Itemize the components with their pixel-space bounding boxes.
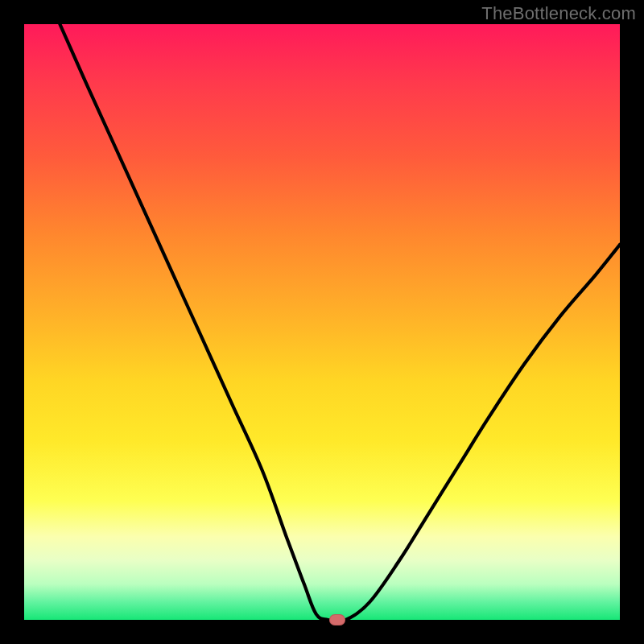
bottleneck-curve [24,24,620,620]
plot-area [24,24,620,620]
watermark-text: TheBottleneck.com [481,3,636,24]
optimal-marker [329,614,345,625]
chart-frame: TheBottleneck.com [0,0,644,644]
